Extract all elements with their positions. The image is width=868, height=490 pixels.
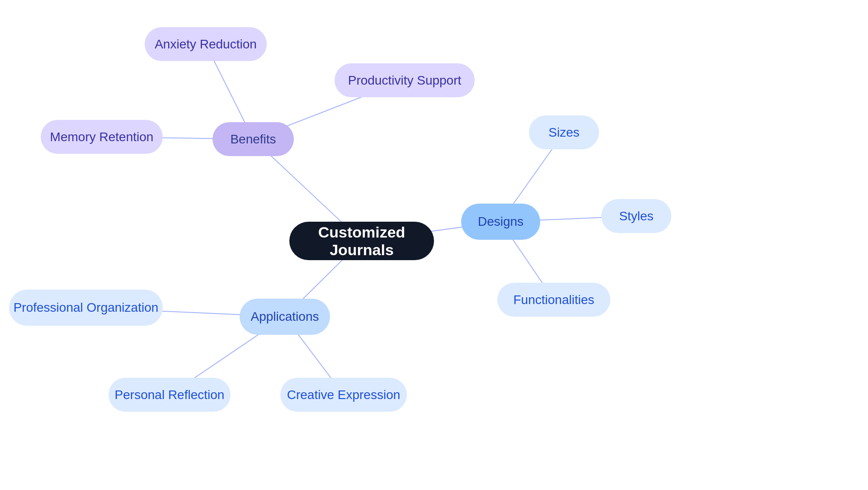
styles-node[interactable]: Styles <box>601 199 671 233</box>
creative-expression-node[interactable]: Creative Expression <box>280 378 407 412</box>
designs-node[interactable]: Designs <box>461 204 540 240</box>
memory-retention-node[interactable]: Memory Retention <box>41 120 163 154</box>
functionalities-node[interactable]: Functionalities <box>497 283 610 317</box>
productivity-support-node[interactable]: Productivity Support <box>335 63 475 97</box>
personal-reflection-node[interactable]: Personal Reflection <box>108 378 231 412</box>
benefits-node[interactable]: Benefits <box>212 122 294 156</box>
anxiety-reduction-node[interactable]: Anxiety Reduction <box>145 27 267 61</box>
sizes-node[interactable]: Sizes <box>529 115 599 149</box>
center-node[interactable]: Customized Journals <box>289 222 434 260</box>
professional-organization-node[interactable]: Professional Organization <box>9 290 163 326</box>
applications-node[interactable]: Applications <box>240 299 330 335</box>
